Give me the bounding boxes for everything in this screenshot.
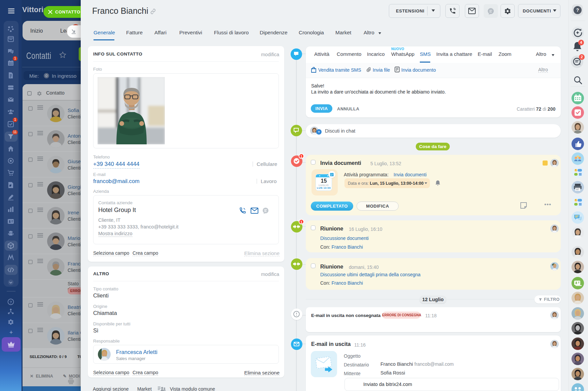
svg-text:?: ? (10, 300, 12, 304)
